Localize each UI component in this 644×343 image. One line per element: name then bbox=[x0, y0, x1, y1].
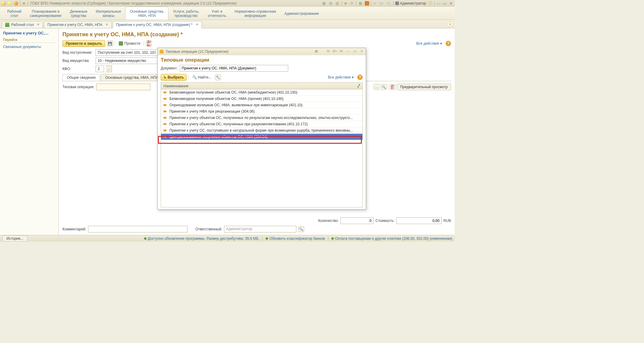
lookup-icon[interactable]: … bbox=[374, 84, 380, 90]
window-tabs: Рабочий стол✕Принятия к учету ОС, НМА, Н… bbox=[0, 20, 455, 28]
dtkt-icon[interactable]: ДтКт bbox=[390, 84, 396, 90]
item-icon bbox=[163, 104, 168, 107]
info-icon[interactable]: ⓘ bbox=[428, 1, 433, 6]
responsible-field[interactable]: Администратор bbox=[224, 226, 296, 232]
toolbar-icon[interactable]: ▤ bbox=[328, 1, 333, 6]
dot-icon bbox=[331, 237, 334, 240]
close-button[interactable]: ✕ bbox=[359, 49, 364, 54]
expand-button[interactable]: ▾ bbox=[447, 21, 453, 27]
section-tab[interactable]: Планирование исанкционирование bbox=[26, 7, 65, 20]
toolbar-icon[interactable]: ▥ bbox=[335, 1, 340, 6]
calendar-icon[interactable] bbox=[365, 1, 369, 5]
item-icon bbox=[163, 135, 168, 138]
section-tab[interactable]: Услуги, работы,производство bbox=[169, 7, 204, 20]
close-tab-icon[interactable]: ✕ bbox=[196, 23, 198, 27]
section-tab[interactable]: Нормативно-справочнаяинформация bbox=[230, 7, 280, 20]
window-tab[interactable]: Принятия к учету ОС, НМА, НПА✕ bbox=[44, 21, 112, 28]
comment-field[interactable] bbox=[88, 226, 188, 232]
magnifier-icon[interactable]: 🔍 bbox=[381, 84, 387, 90]
minimize-button[interactable]: — bbox=[437, 1, 441, 5]
maximize-button[interactable]: ▭ bbox=[352, 49, 357, 54]
typical-op-field[interactable] bbox=[96, 84, 150, 90]
status-payment[interactable]: Оплата поставщикам и другие платежи (206… bbox=[331, 236, 452, 241]
all-actions-menu[interactable]: Все действия ▾ bbox=[328, 75, 354, 79]
section-tab[interactable]: Материальныезапасы bbox=[92, 7, 125, 20]
window-tab[interactable]: Принятие к учету ОС, НМА, НПА (создание)… bbox=[113, 21, 202, 28]
list-item[interactable]: Безвозмездное получение объектов ОС, НМА… bbox=[161, 96, 362, 102]
post-and-close-button[interactable]: Провести и закрыть bbox=[62, 40, 105, 47]
favorite-star-icon[interactable]: ★ bbox=[22, 1, 26, 6]
history-icon[interactable]: ⟳ bbox=[349, 1, 354, 6]
status-banks[interactable]: Обновить классификатор банков bbox=[266, 236, 325, 241]
star-icon[interactable]: ★ bbox=[344, 1, 348, 6]
dot-icon bbox=[266, 237, 268, 240]
quantity-field[interactable] bbox=[340, 217, 374, 224]
window-tab[interactable]: Рабочий стол✕ bbox=[2, 21, 43, 28]
help-icon[interactable]: ? bbox=[357, 75, 363, 80]
clear-filter-icon[interactable]: 🔧 bbox=[215, 74, 221, 80]
document-field[interactable] bbox=[180, 65, 288, 72]
close-tab-icon[interactable]: ✕ bbox=[37, 23, 39, 27]
kfo-field[interactable] bbox=[96, 66, 104, 72]
find-button[interactable]: 🔍Найти... bbox=[191, 74, 213, 80]
kfo-label: КФО: bbox=[62, 67, 94, 71]
mplus-button[interactable]: M+ bbox=[379, 2, 385, 5]
item-icon bbox=[163, 91, 168, 94]
window-title: ГОБУ ВПО Университет искусств (Субсидия)… bbox=[30, 1, 236, 5]
traffic-red-icon[interactable] bbox=[2, 1, 6, 5]
column-header[interactable]: Наименование ▞ bbox=[161, 83, 362, 89]
traffic-min-icon[interactable] bbox=[8, 1, 12, 5]
cost-field[interactable] bbox=[396, 217, 442, 224]
list-item[interactable]: Безвозмездное получение объектов ОС, НМА… bbox=[161, 89, 362, 96]
typical-operations-dialog: Типовые операции (1С:Предприятие) ▦ M M+… bbox=[157, 48, 366, 210]
property-type-field[interactable] bbox=[96, 57, 158, 64]
history-button[interactable]: История... bbox=[2, 236, 27, 242]
section-tab[interactable]: Администрирование bbox=[280, 7, 323, 20]
status-update[interactable]: Доступно обновление программы. Размер ди… bbox=[144, 236, 259, 241]
toolbar-icon[interactable]: ▦ bbox=[322, 1, 327, 6]
post-button[interactable]: Провести bbox=[117, 40, 142, 46]
list-item[interactable]: Принятие к учету НФА при реорганизации (… bbox=[161, 108, 362, 115]
mminus-button[interactable]: M- bbox=[387, 2, 392, 5]
save-icon[interactable]: 💾 bbox=[107, 40, 113, 46]
toolbar-icon[interactable]: ▦ bbox=[314, 49, 319, 54]
current-user[interactable]: Администратор bbox=[395, 1, 426, 5]
mplus-button[interactable]: M+ bbox=[333, 49, 337, 54]
mminus-button[interactable]: M- bbox=[339, 49, 344, 54]
left-panel: Принятие к учету ОС,… Перейти Связанные … bbox=[0, 28, 59, 235]
sub-tab[interactable]: Общие сведения bbox=[62, 74, 100, 81]
kfo-lookup-button[interactable]: … bbox=[106, 66, 112, 72]
receipt-type-label: Вид поступления: bbox=[62, 50, 94, 55]
calc-icon[interactable]: ▦ bbox=[358, 1, 363, 6]
traffic-max-icon[interactable] bbox=[14, 1, 18, 5]
help-icon[interactable]: ? bbox=[446, 41, 451, 46]
list-item[interactable]: Принятие к учету объектов ОС, полученных… bbox=[161, 121, 362, 127]
dialog-heading: Типовые операции bbox=[161, 57, 363, 63]
lookup-icon[interactable]: 🔍 bbox=[298, 226, 304, 232]
list-item[interactable]: Принятие к учету ОС, поступивших в натур… bbox=[161, 127, 362, 134]
list-item[interactable]: Централизованное получение объектов ОС, … bbox=[161, 134, 362, 140]
preview-button[interactable]: Предварительный просмотр bbox=[397, 84, 451, 90]
dtkt-icon[interactable]: ДтКт bbox=[146, 40, 152, 46]
minimize-button[interactable]: — bbox=[346, 49, 351, 54]
section-tab[interactable]: Денежныесредства bbox=[66, 7, 92, 20]
section-bar: РабочийстолПланирование исанкционировани… bbox=[0, 7, 455, 20]
m-button[interactable]: M bbox=[326, 49, 331, 54]
property-type-label: Вид имущества: bbox=[62, 59, 94, 63]
section-tab[interactable]: Рабочийстол bbox=[3, 7, 26, 20]
m-button[interactable]: M bbox=[373, 2, 377, 5]
sub-tab[interactable]: Основные средства, НМА, НПА bbox=[101, 74, 163, 81]
all-actions-menu[interactable]: Все действия ▾ bbox=[416, 41, 442, 46]
dialog-title: Типовые операции (1С:Предприятие) bbox=[166, 50, 229, 54]
related-docs-link[interactable]: Связанные документы bbox=[3, 44, 55, 50]
close-button[interactable]: ✕ bbox=[449, 1, 453, 5]
section-tab[interactable]: Основные средства,НМА, НПА bbox=[125, 7, 169, 20]
maximize-button[interactable]: ▭ bbox=[443, 1, 447, 5]
close-tab-icon[interactable]: ✕ bbox=[106, 23, 108, 27]
calendar-icon[interactable] bbox=[320, 50, 324, 53]
list-item[interactable]: Оприходование излишков ОС, НМА, выявленн… bbox=[161, 102, 362, 108]
list-item[interactable]: Принятие к учету объектов ОС, полученных… bbox=[161, 115, 362, 121]
select-button[interactable]: ↳Выбрать bbox=[161, 74, 187, 81]
section-tab[interactable]: Учет иотчетность bbox=[204, 7, 230, 20]
receipt-type-field[interactable] bbox=[96, 49, 158, 56]
